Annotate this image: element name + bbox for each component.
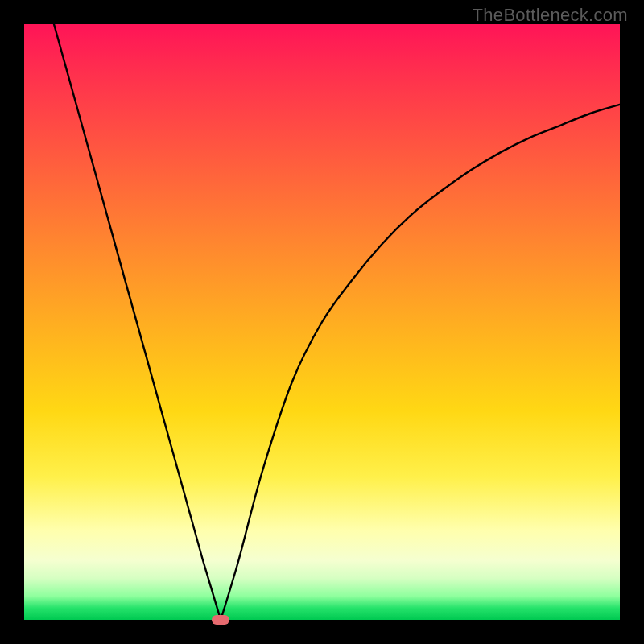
bottleneck-curve	[24, 24, 620, 620]
chart-container: TheBottleneck.com	[0, 0, 644, 644]
watermark-text: TheBottleneck.com	[473, 5, 628, 26]
plot-area	[24, 24, 620, 620]
curve-right-branch	[221, 105, 620, 620]
curve-left-branch	[54, 24, 221, 620]
optimal-point-marker	[212, 615, 229, 625]
